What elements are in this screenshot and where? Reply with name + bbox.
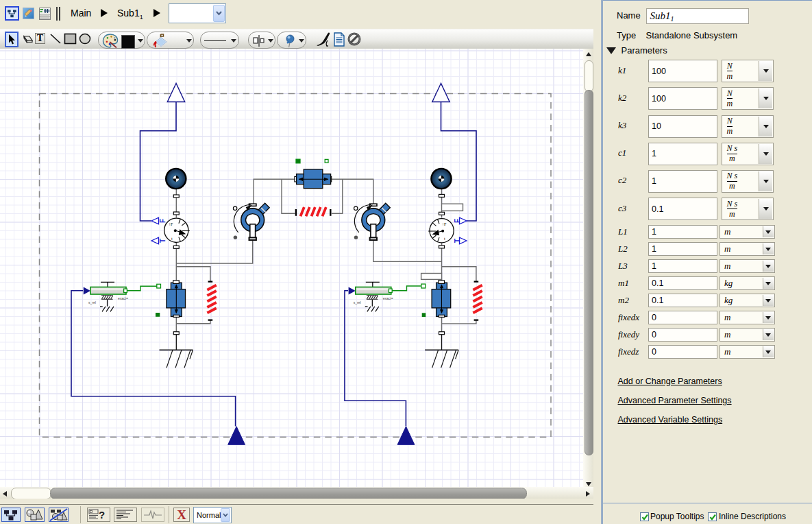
svg-text:F: F [159,219,167,223]
svg-text:T: T [159,239,167,243]
svg-text:↑F: ↑F [169,222,173,226]
svg-text:?: ? [99,509,105,521]
svg-text:T: T [454,239,461,243]
svg-text:F: F [454,219,461,223]
svg-text:↑F: ↑F [442,222,447,226]
